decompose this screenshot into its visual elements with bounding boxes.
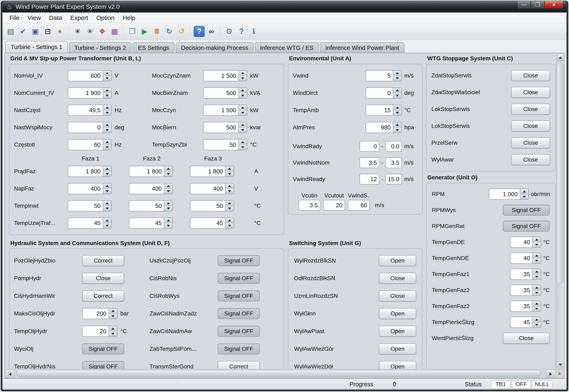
range-to-input[interactable]: 15.0 (385, 174, 402, 184)
open-edit-icon[interactable]: ✔ (17, 26, 28, 37)
spinner-down-button[interactable] (226, 223, 234, 228)
signal-button[interactable]: Signal OFF (218, 343, 260, 354)
spinner-up-button[interactable] (103, 70, 111, 76)
tab-item[interactable]: Turbine - Settings 2 (69, 42, 131, 53)
spinner-value-input[interactable]: 1 800 (68, 166, 103, 177)
spinner-up-button[interactable] (393, 105, 401, 111)
spinner-down-button[interactable] (239, 128, 247, 133)
field-spinner[interactable]: 49,5 (68, 105, 112, 116)
spinner-value-input[interactable]: 60 (68, 139, 103, 150)
field-spinner[interactable]: 40 (510, 237, 541, 248)
spinner-down-button[interactable] (226, 206, 234, 211)
signal-button[interactable]: Signal OFF (218, 255, 260, 266)
title-bar[interactable]: ♨ Wind Power Plant Expert System v2.0 — … (2, 1, 567, 13)
field-spinner[interactable]: 40 (510, 253, 541, 264)
spinner-value-input[interactable]: 50 (68, 200, 103, 211)
scroll-down-button[interactable] (557, 361, 564, 368)
spinner-value-input[interactable]: 35 (510, 301, 532, 312)
spinner-value-input[interactable]: 40 (510, 237, 532, 248)
field-spinner[interactable]: 50 (129, 200, 173, 211)
menu-item[interactable]: Option (92, 13, 118, 23)
network-nodes-icon[interactable]: ❖ (97, 26, 108, 37)
tab-item[interactable]: ES Settings (133, 42, 174, 53)
spinner-value-input[interactable]: 1 900 (68, 87, 103, 98)
close-button[interactable]: × (544, 1, 563, 9)
spinner-up-button[interactable] (239, 88, 247, 93)
scroll-left-button[interactable] (5, 370, 15, 378)
field-spinner[interactable]: 1 500 (203, 70, 247, 81)
field-spinner[interactable]: 1 800 (129, 166, 173, 177)
spinner-up-button[interactable] (103, 166, 111, 172)
search-binoculars-icon[interactable]: ∞ (206, 26, 217, 37)
spinner-down-button[interactable] (393, 128, 401, 133)
signal-button[interactable]: Signal OFF (82, 343, 124, 354)
scroll-up-button[interactable] (557, 54, 564, 61)
state-button[interactable]: Close (511, 137, 550, 148)
minimize-button[interactable]: — (517, 1, 531, 9)
spinner-down-button[interactable] (533, 274, 541, 280)
spinner-up-button[interactable] (164, 183, 172, 189)
value-input[interactable]: 3.5 (299, 200, 320, 210)
spinner-value-input[interactable]: 500 (203, 87, 238, 98)
spinner-up-button[interactable] (533, 285, 541, 290)
field-spinner[interactable]: 45 (510, 317, 541, 328)
spinner-down-button[interactable] (103, 145, 111, 150)
state-button[interactable]: Open (379, 343, 416, 354)
spinner-down-button[interactable] (533, 322, 541, 328)
spinner-up-button[interactable] (109, 326, 117, 331)
help-icon[interactable]: ? (236, 26, 247, 37)
spinner-value-input[interactable]: 15 (366, 105, 393, 116)
spinner-down-button[interactable] (103, 189, 111, 194)
state-button[interactable]: Correct (218, 361, 260, 369)
spinner-value-input[interactable]: 35 (510, 269, 532, 280)
spinner-up-button[interactable] (226, 218, 234, 223)
spinner-up-button[interactable] (164, 218, 172, 223)
spinner-value-input[interactable]: 1 800 (190, 166, 225, 177)
tab-item[interactable]: Inference WTG / ES (255, 42, 319, 53)
spinner-up-button[interactable] (533, 317, 541, 322)
spinner-up-button[interactable] (239, 140, 247, 145)
signal-button[interactable]: Signal OFF (503, 205, 550, 216)
signal-button[interactable]: Signal OFF (503, 221, 550, 232)
field-spinner[interactable]: 600 (68, 70, 112, 81)
spinner-down-button[interactable] (239, 76, 247, 81)
menu-item[interactable]: Help (118, 13, 140, 23)
spinner-up-button[interactable] (393, 122, 401, 128)
spinner-value-input[interactable]: 35 (510, 285, 532, 296)
menu-item[interactable]: Data (45, 13, 66, 23)
manual-icon[interactable]: ? (194, 26, 205, 37)
spinner-value-input[interactable]: 45 (190, 218, 225, 229)
spinner-up-button[interactable] (103, 183, 111, 189)
state-button[interactable]: Open (379, 255, 416, 266)
field-spinner[interactable]: 1 000 (489, 189, 529, 200)
spinner-up-button[interactable] (239, 122, 247, 128)
state-button[interactable]: Close (379, 290, 416, 301)
spinner-value-input[interactable]: 980 (366, 122, 393, 133)
field-spinner[interactable]: 60 (68, 139, 112, 150)
field-spinner[interactable]: 1 800 (68, 166, 112, 177)
field-spinner[interactable]: 50 (203, 139, 247, 150)
refresh-icon[interactable]: ↻ (164, 26, 175, 37)
horizontal-scroll-thumb[interactable] (16, 370, 541, 377)
state-button[interactable]: Close (511, 120, 550, 132)
spinner-up-button[interactable] (103, 140, 111, 145)
field-spinner[interactable]: 35 (510, 285, 541, 296)
signal-button[interactable]: Signal OFF (218, 273, 260, 284)
spinner-down-button[interactable] (533, 290, 541, 295)
spinner-down-button[interactable] (164, 206, 172, 211)
spinner-up-button[interactable] (239, 70, 247, 76)
spinner-value-input[interactable]: 49,5 (68, 105, 103, 116)
undo-icon[interactable]: ↺ (176, 26, 187, 37)
field-spinner[interactable]: 1 800 (190, 166, 234, 177)
settings-gear-icon[interactable]: ⚙ (224, 26, 235, 37)
spinner-value-input[interactable]: 50 (129, 200, 164, 211)
spinner-value-input[interactable]: 200 (82, 308, 108, 319)
spinner-value-input[interactable]: 45 (129, 218, 164, 229)
report-document-icon[interactable]: ❐ (127, 26, 138, 37)
tab-item[interactable]: Decision-making Process (176, 42, 254, 53)
spinner-down-button[interactable] (239, 145, 247, 150)
field-spinner[interactable]: 980 (366, 122, 402, 133)
state-button[interactable]: Open (379, 326, 416, 337)
vertical-scrollbar[interactable] (556, 53, 564, 369)
spinner-up-button[interactable] (533, 253, 541, 258)
